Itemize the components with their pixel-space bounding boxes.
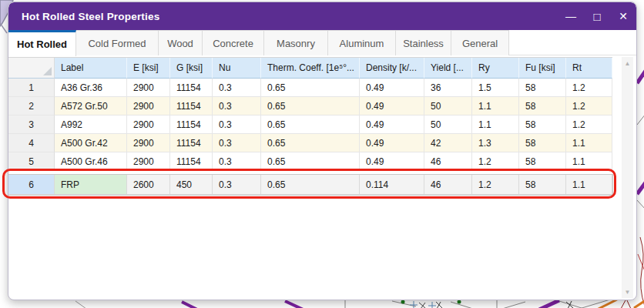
cell-row6-rt[interactable]: 1.1 bbox=[566, 175, 612, 195]
cell-row3-label[interactable]: A992 bbox=[55, 116, 127, 134]
cell-row1-nu[interactable]: 0.3 bbox=[213, 79, 261, 97]
cell-row3-fu-ksi[interactable]: 58 bbox=[519, 116, 566, 134]
grid-body: 1A36 Gr.362900111540.30.650.49361.5581.2… bbox=[8, 79, 612, 195]
cell-row3-rt[interactable]: 1.2 bbox=[566, 116, 612, 134]
tab-hot-rolled[interactable]: Hot Rolled bbox=[8, 30, 76, 56]
column-header-density-k[interactable]: Density [k/... bbox=[360, 58, 424, 79]
column-header-fu-ksi[interactable]: Fu [ksi] bbox=[519, 58, 566, 79]
cell-row2-nu[interactable]: 0.3 bbox=[213, 97, 261, 116]
cell-row5-g-ksi[interactable]: 11154 bbox=[170, 152, 213, 171]
cell-row1-g-ksi[interactable]: 11154 bbox=[170, 79, 213, 97]
cell-row6-yield[interactable]: 46 bbox=[424, 175, 472, 195]
row-number[interactable]: 1 bbox=[8, 79, 55, 97]
row-number[interactable]: 6 bbox=[8, 175, 55, 195]
cell-row5-density-k[interactable]: 0.49 bbox=[360, 152, 424, 171]
column-header-ry[interactable]: Ry bbox=[472, 58, 519, 79]
cell-row2-fu-ksi[interactable]: 58 bbox=[519, 97, 566, 116]
cell-row2-density-k[interactable]: 0.49 bbox=[360, 97, 424, 116]
tab-cold-formed[interactable]: Cold Formed bbox=[76, 30, 159, 55]
cell-row6-nu[interactable]: 0.3 bbox=[213, 175, 261, 195]
cell-row6-density-k[interactable]: 0.114 bbox=[360, 175, 424, 195]
cell-row3-density-k[interactable]: 0.49 bbox=[360, 116, 424, 134]
tab-masonry[interactable]: Masonry bbox=[264, 30, 328, 55]
column-header-therm-coeff-1e[interactable]: Therm. Coeff. [1e⁵°... bbox=[261, 58, 360, 79]
grid-corner-cell[interactable] bbox=[8, 58, 55, 79]
cell-row2-label[interactable]: A572 Gr.50 bbox=[55, 97, 127, 116]
cell-row4-therm-coeff-1e[interactable]: 0.65 bbox=[261, 134, 360, 152]
cell-row4-nu[interactable]: 0.3 bbox=[213, 134, 261, 152]
cell-row6-ry[interactable]: 1.2 bbox=[472, 175, 519, 195]
cell-row3-nu[interactable]: 0.3 bbox=[213, 116, 261, 134]
cell-row5-yield[interactable]: 46 bbox=[424, 152, 472, 171]
cell-row4-label[interactable]: A500 Gr.42 bbox=[55, 134, 127, 152]
cell-row5-nu[interactable]: 0.3 bbox=[213, 152, 261, 171]
column-header-label: G [ksi] bbox=[176, 62, 203, 73]
scroll-up-button[interactable]: ▲ bbox=[622, 57, 633, 69]
cell-row4-density-k[interactable]: 0.49 bbox=[360, 134, 424, 152]
cell-row5-fu-ksi[interactable]: 58 bbox=[519, 152, 566, 171]
row-number[interactable]: 5 bbox=[8, 152, 55, 171]
cell-row5-therm-coeff-1e[interactable]: 0.65 bbox=[261, 152, 360, 171]
tab-stainless[interactable]: Stainless bbox=[396, 30, 451, 55]
cell-row1-yield[interactable]: 36 bbox=[424, 79, 472, 97]
cell-row1-label[interactable]: A36 Gr.36 bbox=[55, 79, 127, 97]
cell-row4-ry[interactable]: 1.3 bbox=[472, 134, 519, 152]
cell-row6-fu-ksi[interactable]: 58 bbox=[519, 175, 566, 195]
tab-bar: Hot Rolled Cold Formed Wood Concrete Mas… bbox=[8, 30, 636, 55]
cell-row1-density-k[interactable]: 0.49 bbox=[360, 79, 424, 97]
column-header-yield[interactable]: Yield [... bbox=[424, 58, 472, 79]
cell-row3-therm-coeff-1e[interactable]: 0.65 bbox=[261, 116, 360, 134]
maximize-button[interactable]: □ bbox=[584, 2, 610, 30]
cell-row3-g-ksi[interactable]: 11154 bbox=[170, 116, 213, 134]
column-header-rt[interactable]: Rt bbox=[566, 58, 612, 79]
cell-row2-therm-coeff-1e[interactable]: 0.65 bbox=[261, 97, 360, 116]
cell-row6-therm-coeff-1e[interactable]: 0.65 bbox=[261, 175, 360, 195]
cell-row2-yield[interactable]: 50 bbox=[424, 97, 472, 116]
cell-row4-yield[interactable]: 42 bbox=[424, 134, 472, 152]
cell-row2-g-ksi[interactable]: 11154 bbox=[170, 97, 213, 116]
materials-grid: LabelE [ksi]G [ksi]NuTherm. Coeff. [1e⁵°… bbox=[8, 57, 612, 195]
cell-row2-ry[interactable]: 1.1 bbox=[472, 97, 519, 116]
cell-row5-rt[interactable]: 1.1 bbox=[566, 152, 612, 171]
row-number[interactable]: 2 bbox=[8, 97, 55, 116]
tab-concrete[interactable]: Concrete bbox=[203, 30, 264, 55]
cell-row1-e-ksi[interactable]: 2900 bbox=[127, 79, 170, 97]
scroll-down-button[interactable]: ▼ bbox=[622, 286, 633, 298]
cell-row2-rt[interactable]: 1.2 bbox=[566, 97, 612, 116]
cell-row5-e-ksi[interactable]: 2900 bbox=[127, 152, 170, 171]
cell-row1-rt[interactable]: 1.2 bbox=[566, 79, 612, 97]
cell-row4-rt[interactable]: 1.1 bbox=[566, 134, 612, 152]
scrollbar-track[interactable] bbox=[622, 69, 633, 286]
cell-row5-label[interactable]: A500 Gr.46 bbox=[55, 152, 127, 171]
row-number[interactable]: 3 bbox=[8, 116, 55, 134]
tab-bar-filler bbox=[509, 30, 636, 55]
cell-row4-e-ksi[interactable]: 2900 bbox=[127, 134, 170, 152]
table-row-3: 3A9922900111540.30.650.49501.1581.2 bbox=[8, 116, 612, 134]
column-header-label: Rt bbox=[572, 62, 582, 73]
cell-row4-g-ksi[interactable]: 11154 bbox=[170, 134, 213, 152]
cell-row3-ry[interactable]: 1.1 bbox=[472, 116, 519, 134]
cell-row1-ry[interactable]: 1.5 bbox=[472, 79, 519, 97]
minimize-button[interactable]: — bbox=[558, 2, 584, 30]
cell-row4-fu-ksi[interactable]: 58 bbox=[519, 134, 566, 152]
close-button[interactable]: ✕ bbox=[610, 2, 636, 30]
cell-row5-ry[interactable]: 1.2 bbox=[472, 152, 519, 171]
cell-row6-label[interactable]: FRP bbox=[55, 175, 127, 195]
tab-general[interactable]: General bbox=[451, 30, 509, 55]
tab-wood[interactable]: Wood bbox=[159, 30, 203, 55]
column-header-nu[interactable]: Nu bbox=[213, 58, 261, 79]
cell-row1-fu-ksi[interactable]: 58 bbox=[519, 79, 566, 97]
column-header-g-ksi[interactable]: G [ksi] bbox=[170, 58, 213, 79]
column-header-e-ksi[interactable]: E [ksi] bbox=[127, 58, 170, 79]
vertical-scrollbar[interactable]: ▲ ▼ bbox=[622, 57, 633, 298]
cell-row6-g-ksi[interactable]: 450 bbox=[170, 175, 213, 195]
cell-row2-e-ksi[interactable]: 2900 bbox=[127, 97, 170, 116]
tab-aluminum[interactable]: Aluminum bbox=[328, 30, 396, 55]
cell-row1-therm-coeff-1e[interactable]: 0.65 bbox=[261, 79, 360, 97]
row-number[interactable]: 4 bbox=[8, 134, 55, 152]
cell-row3-yield[interactable]: 50 bbox=[424, 116, 472, 134]
column-header-label[interactable]: Label bbox=[55, 58, 127, 79]
title-bar[interactable]: Hot Rolled Steel Properties — □ ✕ bbox=[8, 2, 636, 30]
cell-row6-e-ksi[interactable]: 2600 bbox=[127, 175, 170, 195]
cell-row3-e-ksi[interactable]: 2900 bbox=[127, 116, 170, 134]
